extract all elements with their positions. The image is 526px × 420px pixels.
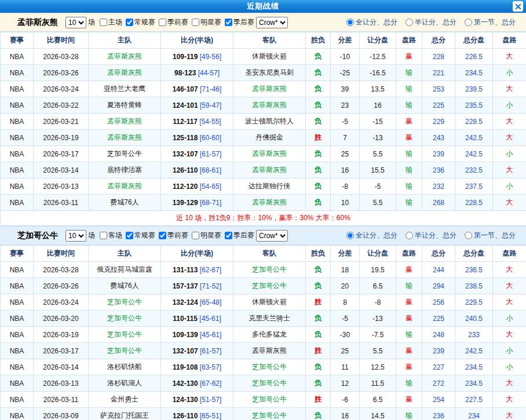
filter-checkbox-3[interactable]: 明星赛 (188, 231, 221, 240)
cell-win-loss: 胜 (306, 130, 331, 146)
table-row: NBA2026-03-22夏洛特黄蜂124-101 [59-47]孟菲斯灰熊负2… (1, 97, 526, 114)
cell-point-diff: -5 (331, 311, 360, 327)
half-score: [65-48] (198, 298, 222, 306)
half-score: [67-62] (198, 379, 222, 388)
radio-option-2[interactable]: 第一节、总分 (465, 231, 516, 240)
cell-total-points: 236 (422, 408, 455, 420)
checkbox-input[interactable] (192, 19, 199, 26)
cell-point-diff: 39 (331, 81, 360, 97)
cell-date: 2026-03-22 (34, 97, 89, 114)
cell-total-result: 大 (493, 195, 526, 211)
filter-checkbox-label: 常规赛 (134, 231, 155, 240)
column-header: 比分(半场) (161, 246, 233, 262)
cell-date: 2026-03-09 (34, 408, 89, 420)
cell-total-line: 242.5 (455, 130, 493, 146)
radio-input[interactable] (346, 19, 354, 26)
radio-input[interactable] (346, 232, 354, 239)
filter-checkbox-3[interactable]: 明星赛 (188, 17, 221, 27)
odds-company-select[interactable]: Crow* (256, 230, 288, 242)
cell-handicap-result: 赢 (396, 392, 422, 408)
odds-company-select[interactable]: Crow* (256, 17, 288, 28)
column-header: 分差 (331, 32, 360, 49)
cell-away-team: 孟菲斯灰熊 (233, 97, 306, 114)
cell-away-team: 芝加哥公牛 (233, 262, 306, 278)
radio-input[interactable] (406, 232, 413, 239)
cell-home-team: 孟菲斯灰熊 (89, 49, 161, 65)
filter-checkbox-0[interactable]: 客场 (96, 231, 122, 240)
column-header: 赛事 (1, 246, 34, 262)
cell-point-diff: -5 (331, 114, 360, 130)
radio-input[interactable] (406, 19, 413, 26)
cell-win-loss: 负 (306, 408, 331, 420)
checkbox-input[interactable] (225, 19, 232, 26)
cell-win-loss: 负 (306, 278, 331, 294)
cell-handicap-result: 输 (396, 178, 422, 195)
cell-away-team: 孟菲斯灰熊 (233, 343, 306, 359)
half-score: [45-61] (198, 331, 222, 339)
column-header: 总分盘 (455, 32, 493, 49)
cell-handicap-line: 5.5 (360, 195, 396, 211)
column-header: 比赛时间 (34, 32, 89, 49)
filter-checkbox-2[interactable]: 季前赛 (155, 231, 188, 240)
checkbox-input[interactable] (126, 232, 133, 239)
half-score: [49-56] (198, 53, 221, 61)
cell-handicap-line: 6.5 (360, 392, 396, 408)
half-score: [51-57] (198, 396, 222, 404)
cell-total-result: 大 (493, 375, 526, 392)
team-section-1: 芝加哥公牛10场客场常规赛季前赛明星赛季后赛Crow*全让分、总分半让分、总分第… (0, 226, 526, 420)
radio-input[interactable] (465, 232, 472, 239)
filter-checkbox-1[interactable]: 常规赛 (122, 231, 155, 240)
title-bar: 近期战绩 (0, 0, 526, 13)
cell-total-line: 236.5 (455, 262, 493, 278)
cell-score: 124-101 [59-47] (161, 97, 233, 114)
table-row: NBA2026-03-17芝加哥公牛132-107 [61-57]孟菲斯灰熊负2… (1, 146, 526, 162)
team-name: 芝加哥公牛 (17, 231, 58, 241)
filter-checkbox-1[interactable]: 常规赛 (122, 17, 155, 27)
checkbox-input[interactable] (159, 232, 166, 239)
filter-checkbox-4[interactable]: 季后赛 (221, 231, 254, 240)
games-count-select[interactable]: 10 (65, 230, 86, 242)
checkbox-input[interactable] (100, 232, 107, 239)
games-count-select[interactable]: 10 (65, 17, 86, 28)
table-row: NBA2026-03-21孟菲斯灰熊112-117 [54-55]波士顿凯尔特人… (1, 114, 526, 130)
filter-checkbox-label: 季后赛 (233, 231, 254, 240)
filter-checkbox-0[interactable]: 主场 (96, 17, 122, 27)
cell-handicap-line: 19.5 (360, 262, 396, 278)
checkbox-input[interactable] (100, 19, 107, 26)
close-button[interactable] (513, 1, 523, 12)
cell-handicap-result: 输 (396, 408, 422, 420)
cell-point-diff: 10 (331, 195, 360, 211)
section-filter-bar: 芝加哥公牛10场客场常规赛季前赛明星赛季后赛Crow*全让分、总分半让分、总分第… (0, 226, 526, 245)
cell-handicap-line: 16 (360, 97, 396, 114)
radio-option-0[interactable]: 全让分、总分 (346, 17, 397, 27)
radio-option-1[interactable]: 半让分、总分 (406, 17, 456, 27)
filter-checkbox-label: 常规赛 (134, 17, 155, 27)
filter-checkbox-4[interactable]: 季后赛 (221, 17, 254, 27)
radio-option-0[interactable]: 全让分、总分 (346, 231, 397, 240)
header-row: 赛事比赛时间主队比分(半场)客队胜负分差让分盘盘路总分总分盘盘路 (1, 246, 526, 262)
cell-point-diff: 18 (331, 262, 360, 278)
cell-home-team: 芝加哥公牛 (89, 146, 161, 162)
radio-option-2[interactable]: 第一节、总分 (465, 17, 516, 27)
filter-checkbox-2[interactable]: 季前赛 (155, 17, 188, 27)
column-header: 赛事 (1, 32, 34, 49)
cell-total-line: 233 (455, 327, 493, 343)
cell-date: 2026-03-28 (34, 49, 89, 65)
checkbox-input[interactable] (192, 232, 199, 239)
half-score: [61-57] (198, 347, 222, 355)
column-header: 客队 (233, 32, 306, 49)
cell-handicap-line: -13 (360, 130, 396, 146)
cell-handicap-result: 输 (396, 81, 422, 97)
cell-date: 2026-03-11 (34, 195, 89, 211)
checkbox-input[interactable] (225, 232, 232, 239)
table-row: NBA2026-03-19芝加哥公牛109-139 [45-61]多伦多猛龙负-… (1, 327, 526, 343)
radio-option-1[interactable]: 半让分、总分 (406, 231, 456, 240)
checkbox-input[interactable] (159, 19, 166, 26)
radio-input[interactable] (465, 19, 472, 26)
cell-score: 131-113 [62-67] (161, 262, 233, 278)
column-header: 主队 (89, 246, 161, 262)
cell-point-diff: -6 (331, 392, 360, 408)
cell-home-team: 亚特兰大老鹰 (89, 81, 161, 97)
checkbox-input[interactable] (126, 19, 133, 26)
cell-home-team: 洛杉矶湖人 (89, 375, 161, 392)
